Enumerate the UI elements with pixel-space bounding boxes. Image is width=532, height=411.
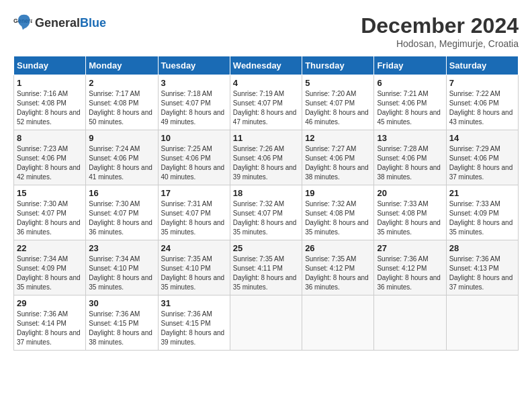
day-info: Sunrise: 7:36 AM Sunset: 4:14 PM Dayligh…	[17, 310, 83, 347]
month-title: December 2024	[361, 13, 519, 38]
day-number: 21	[449, 188, 515, 198]
calendar-day-cell: 9 Sunrise: 7:24 AM Sunset: 4:06 PM Dayli…	[86, 130, 158, 185]
day-number: 14	[449, 133, 515, 143]
calendar-day-cell	[302, 295, 374, 351]
day-info: Sunrise: 7:30 AM Sunset: 4:07 PM Dayligh…	[17, 199, 83, 237]
calendar-day-cell: 28 Sunrise: 7:36 AM Sunset: 4:13 PM Dayl…	[446, 240, 518, 295]
day-number: 17	[161, 188, 227, 198]
day-number: 23	[89, 243, 154, 253]
day-number: 22	[17, 243, 83, 253]
calendar-day-cell: 15 Sunrise: 7:30 AM Sunset: 4:07 PM Dayl…	[14, 185, 86, 240]
day-number: 13	[377, 133, 443, 143]
day-info: Sunrise: 7:28 AM Sunset: 4:06 PM Dayligh…	[377, 144, 443, 182]
day-info: Sunrise: 7:34 AM Sunset: 4:10 PM Dayligh…	[89, 255, 154, 292]
day-number: 5	[305, 78, 371, 88]
day-number: 24	[161, 243, 227, 253]
day-info: Sunrise: 7:36 AM Sunset: 4:12 PM Dayligh…	[377, 255, 443, 292]
calendar-day-cell: 27 Sunrise: 7:36 AM Sunset: 4:12 PM Dayl…	[374, 240, 446, 295]
day-info: Sunrise: 7:35 AM Sunset: 4:12 PM Dayligh…	[305, 255, 371, 292]
header-saturday: Saturday	[446, 56, 518, 75]
day-number: 18	[233, 188, 299, 198]
weekday-header-row: Sunday Monday Tuesday Wednesday Thursday…	[14, 56, 519, 75]
calendar-day-cell: 6 Sunrise: 7:21 AM Sunset: 4:06 PM Dayli…	[374, 75, 446, 130]
calendar-week-row: 8 Sunrise: 7:23 AM Sunset: 4:06 PM Dayli…	[14, 130, 519, 185]
calendar-day-cell: 20 Sunrise: 7:33 AM Sunset: 4:08 PM Dayl…	[374, 185, 446, 240]
calendar-day-cell: 31 Sunrise: 7:36 AM Sunset: 4:15 PM Dayl…	[158, 295, 230, 351]
calendar-day-cell	[374, 295, 446, 351]
calendar-day-cell: 30 Sunrise: 7:36 AM Sunset: 4:15 PM Dayl…	[86, 295, 158, 351]
day-number: 9	[89, 133, 154, 143]
day-info: Sunrise: 7:33 AM Sunset: 4:08 PM Dayligh…	[377, 199, 443, 237]
calendar-day-cell: 10 Sunrise: 7:25 AM Sunset: 4:06 PM Dayl…	[158, 130, 230, 185]
location-subtitle: Hodosan, Megimurje, Croatia	[361, 38, 519, 49]
calendar-day-cell: 12 Sunrise: 7:27 AM Sunset: 4:06 PM Dayl…	[302, 130, 374, 185]
day-info: Sunrise: 7:29 AM Sunset: 4:06 PM Dayligh…	[449, 144, 515, 182]
day-info: Sunrise: 7:33 AM Sunset: 4:09 PM Dayligh…	[449, 199, 515, 237]
day-number: 12	[305, 133, 371, 143]
calendar-day-cell: 22 Sunrise: 7:34 AM Sunset: 4:09 PM Dayl…	[14, 240, 86, 295]
calendar-week-row: 1 Sunrise: 7:16 AM Sunset: 4:08 PM Dayli…	[14, 75, 519, 130]
day-info: Sunrise: 7:35 AM Sunset: 4:10 PM Dayligh…	[161, 255, 227, 292]
calendar-day-cell: 26 Sunrise: 7:35 AM Sunset: 4:12 PM Dayl…	[302, 240, 374, 295]
day-info: Sunrise: 7:36 AM Sunset: 4:15 PM Dayligh…	[161, 310, 227, 347]
header-tuesday: Tuesday	[158, 56, 230, 75]
day-info: Sunrise: 7:26 AM Sunset: 4:06 PM Dayligh…	[233, 144, 299, 182]
calendar-week-row: 29 Sunrise: 7:36 AM Sunset: 4:14 PM Dayl…	[14, 295, 519, 351]
logo-icon: General	[13, 13, 32, 32]
calendar-day-cell: 29 Sunrise: 7:36 AM Sunset: 4:14 PM Dayl…	[14, 295, 86, 351]
day-number: 28	[449, 243, 515, 253]
calendar-day-cell: 19 Sunrise: 7:32 AM Sunset: 4:08 PM Dayl…	[302, 185, 374, 240]
logo-general-text: General	[35, 16, 80, 30]
page-header: General GeneralBlue December 2024 Hodosa…	[13, 13, 519, 49]
day-number: 4	[233, 78, 299, 88]
calendar-day-cell: 16 Sunrise: 7:30 AM Sunset: 4:07 PM Dayl…	[86, 185, 158, 240]
title-block: December 2024 Hodosan, Megimurje, Croati…	[361, 13, 519, 49]
calendar-day-cell: 13 Sunrise: 7:28 AM Sunset: 4:06 PM Dayl…	[374, 130, 446, 185]
day-number: 8	[17, 133, 83, 143]
header-friday: Friday	[374, 56, 446, 75]
calendar-day-cell: 17 Sunrise: 7:31 AM Sunset: 4:07 PM Dayl…	[158, 185, 230, 240]
header-wednesday: Wednesday	[230, 56, 302, 75]
day-info: Sunrise: 7:20 AM Sunset: 4:07 PM Dayligh…	[305, 89, 371, 127]
day-info: Sunrise: 7:36 AM Sunset: 4:15 PM Dayligh…	[89, 310, 154, 347]
day-number: 10	[161, 133, 227, 143]
day-number: 2	[89, 78, 154, 88]
day-info: Sunrise: 7:32 AM Sunset: 4:08 PM Dayligh…	[305, 199, 371, 237]
calendar-day-cell: 3 Sunrise: 7:18 AM Sunset: 4:07 PM Dayli…	[158, 75, 230, 130]
day-info: Sunrise: 7:27 AM Sunset: 4:06 PM Dayligh…	[305, 144, 371, 182]
day-number: 15	[17, 188, 83, 198]
calendar-day-cell: 25 Sunrise: 7:35 AM Sunset: 4:11 PM Dayl…	[230, 240, 302, 295]
day-number: 27	[377, 243, 443, 253]
day-info: Sunrise: 7:36 AM Sunset: 4:13 PM Dayligh…	[449, 255, 515, 292]
day-info: Sunrise: 7:31 AM Sunset: 4:07 PM Dayligh…	[161, 199, 227, 237]
day-info: Sunrise: 7:21 AM Sunset: 4:06 PM Dayligh…	[377, 89, 443, 127]
day-number: 7	[449, 78, 515, 88]
day-info: Sunrise: 7:25 AM Sunset: 4:06 PM Dayligh…	[161, 144, 227, 182]
day-number: 11	[233, 133, 299, 143]
calendar-day-cell: 1 Sunrise: 7:16 AM Sunset: 4:08 PM Dayli…	[14, 75, 86, 130]
day-info: Sunrise: 7:24 AM Sunset: 4:06 PM Dayligh…	[89, 144, 154, 182]
day-info: Sunrise: 7:32 AM Sunset: 4:07 PM Dayligh…	[233, 199, 299, 237]
calendar-day-cell: 24 Sunrise: 7:35 AM Sunset: 4:10 PM Dayl…	[158, 240, 230, 295]
calendar-day-cell: 23 Sunrise: 7:34 AM Sunset: 4:10 PM Dayl…	[86, 240, 158, 295]
day-number: 31	[161, 298, 227, 308]
day-info: Sunrise: 7:35 AM Sunset: 4:11 PM Dayligh…	[233, 255, 299, 292]
calendar-day-cell: 8 Sunrise: 7:23 AM Sunset: 4:06 PM Dayli…	[14, 130, 86, 185]
calendar-day-cell: 21 Sunrise: 7:33 AM Sunset: 4:09 PM Dayl…	[446, 185, 518, 240]
day-number: 26	[305, 243, 371, 253]
logo-blue-text: Blue	[80, 16, 106, 30]
calendar-day-cell: 11 Sunrise: 7:26 AM Sunset: 4:06 PM Dayl…	[230, 130, 302, 185]
header-sunday: Sunday	[14, 56, 86, 75]
day-info: Sunrise: 7:19 AM Sunset: 4:07 PM Dayligh…	[233, 89, 299, 127]
day-info: Sunrise: 7:16 AM Sunset: 4:08 PM Dayligh…	[17, 89, 83, 127]
logo: General GeneralBlue	[13, 13, 106, 32]
calendar-week-row: 15 Sunrise: 7:30 AM Sunset: 4:07 PM Dayl…	[14, 185, 519, 240]
day-info: Sunrise: 7:17 AM Sunset: 4:08 PM Dayligh…	[89, 89, 154, 127]
calendar-day-cell: 2 Sunrise: 7:17 AM Sunset: 4:08 PM Dayli…	[86, 75, 158, 130]
calendar-day-cell: 5 Sunrise: 7:20 AM Sunset: 4:07 PM Dayli…	[302, 75, 374, 130]
calendar-day-cell: 4 Sunrise: 7:19 AM Sunset: 4:07 PM Dayli…	[230, 75, 302, 130]
calendar-day-cell: 18 Sunrise: 7:32 AM Sunset: 4:07 PM Dayl…	[230, 185, 302, 240]
calendar-day-cell: 14 Sunrise: 7:29 AM Sunset: 4:06 PM Dayl…	[446, 130, 518, 185]
calendar-day-cell	[230, 295, 302, 351]
day-info: Sunrise: 7:34 AM Sunset: 4:09 PM Dayligh…	[17, 255, 83, 292]
